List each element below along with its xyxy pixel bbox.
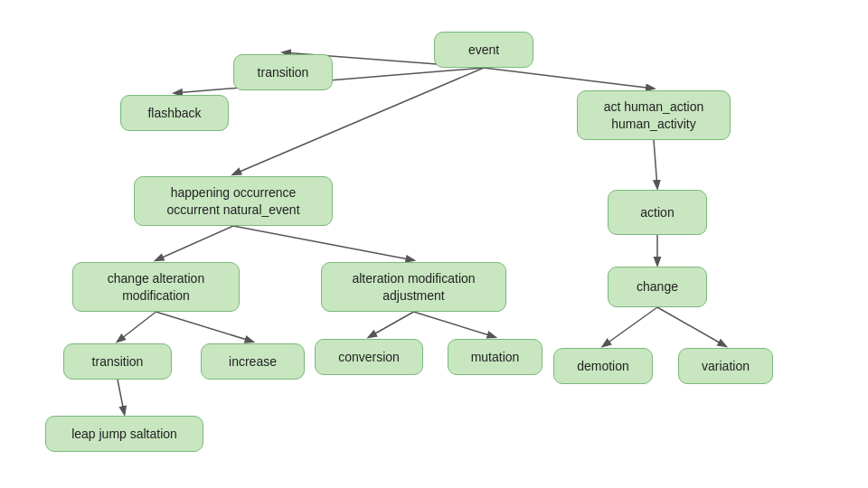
node-change: change: [608, 267, 707, 307]
node-transition2: transition: [63, 343, 172, 380]
svg-line-14: [118, 380, 125, 414]
node-alt_mod: alteration modification adjustment: [321, 262, 506, 312]
node-increase: increase: [201, 343, 305, 380]
node-action: action: [608, 190, 707, 235]
svg-line-6: [156, 226, 234, 260]
svg-line-7: [233, 226, 414, 260]
svg-line-11: [414, 312, 495, 337]
svg-line-12: [603, 307, 657, 346]
graph-container: eventtransitionflashbackact human_action…: [0, 0, 868, 488]
node-transition1: transition: [233, 54, 333, 90]
svg-line-8: [118, 312, 156, 342]
svg-line-9: [156, 312, 253, 342]
node-mutation: mutation: [448, 339, 542, 375]
svg-line-4: [654, 140, 657, 188]
node-change_alt: change alteration modification: [72, 262, 240, 312]
node-leap: leap jump saltation: [45, 416, 203, 452]
svg-line-2: [484, 68, 654, 89]
svg-line-13: [657, 307, 726, 346]
node-flashback: flashback: [120, 95, 229, 131]
node-variation: variation: [678, 348, 773, 384]
svg-line-10: [369, 312, 414, 337]
arrows-svg: [0, 0, 868, 488]
node-event: event: [434, 32, 533, 68]
node-demotion: demotion: [553, 348, 653, 384]
node-act_human: act human_action human_activity: [577, 90, 731, 140]
node-happening: happening occurrence occurrent natural_e…: [134, 176, 333, 226]
node-conversion: conversion: [315, 339, 423, 375]
